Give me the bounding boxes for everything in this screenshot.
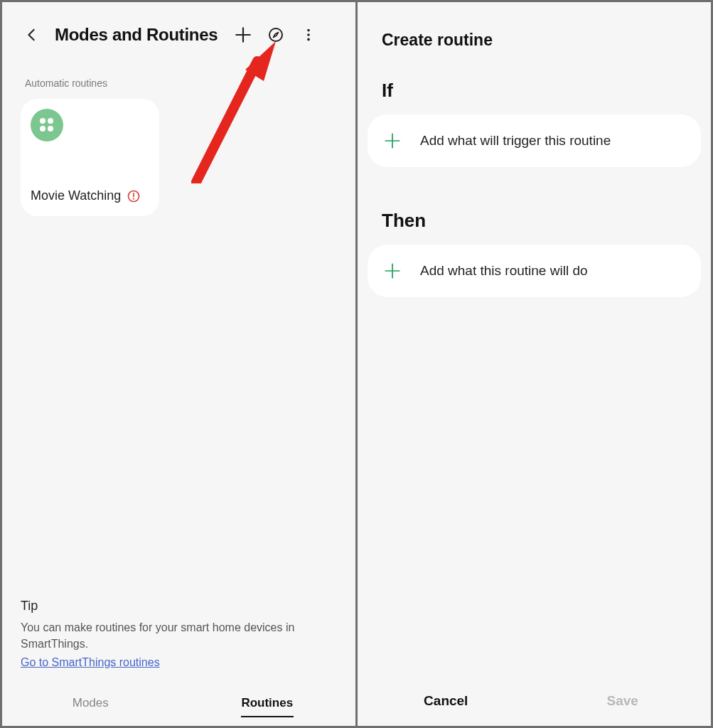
warning-icon: [127, 189, 141, 203]
bottom-tabs: Modes Routines: [2, 680, 355, 726]
back-icon[interactable]: [22, 25, 42, 45]
tip-heading: Tip: [21, 599, 338, 614]
routine-app-icon: [31, 109, 63, 141]
more-options-icon[interactable]: [299, 25, 318, 45]
tip-body: You can make routines for your smart hom…: [21, 619, 338, 652]
svg-point-3: [307, 38, 310, 41]
svg-point-6: [133, 198, 134, 199]
then-section-label: Then: [358, 210, 711, 245]
create-routine-title: Create routine: [358, 2, 711, 80]
plus-icon: [383, 132, 402, 150]
save-button[interactable]: Save: [535, 676, 712, 726]
create-routine-screen: Create routine If Add what will trigger …: [358, 2, 711, 726]
tab-modes[interactable]: Modes: [2, 680, 179, 726]
routines-list-screen: Modes and Routines Automatic routines Mo…: [2, 2, 355, 726]
svg-point-1: [307, 29, 310, 32]
add-action-text: Add what this routine will do: [420, 263, 588, 279]
svg-point-2: [307, 33, 310, 36]
smartthings-link[interactable]: Go to SmartThings routines: [21, 656, 160, 668]
discover-icon[interactable]: [266, 25, 286, 45]
plus-icon: [383, 262, 402, 280]
if-section-label: If: [358, 80, 711, 114]
add-trigger-text: Add what will trigger this routine: [420, 133, 611, 149]
header: Modes and Routines: [2, 2, 355, 60]
svg-point-0: [269, 28, 282, 41]
add-action-button[interactable]: Add what this routine will do: [368, 245, 701, 297]
routine-name: Movie Watching: [31, 188, 121, 203]
tab-routines[interactable]: Routines: [179, 680, 356, 726]
add-trigger-button[interactable]: Add what will trigger this routine: [368, 114, 701, 167]
page-title: Modes and Routines: [55, 25, 218, 45]
tip-block: Tip You can make routines for your smart…: [2, 599, 355, 680]
section-label-automatic: Automatic routines: [2, 60, 355, 99]
routine-card[interactable]: Movie Watching: [21, 99, 159, 216]
add-routine-button[interactable]: [233, 25, 253, 45]
cancel-button[interactable]: Cancel: [358, 676, 535, 726]
bottom-actions: Cancel Save: [358, 676, 711, 726]
